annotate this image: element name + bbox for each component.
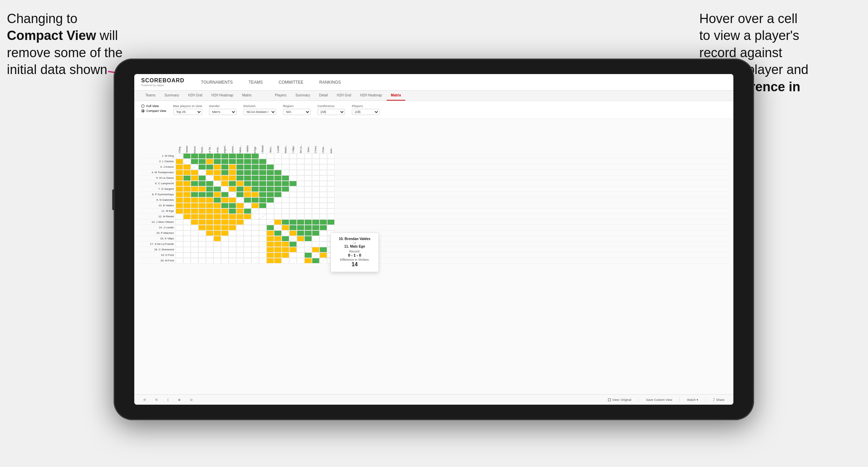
matrix-cell[interactable]	[206, 203, 213, 208]
matrix-cell[interactable]	[266, 214, 274, 219]
matrix-cell[interactable]	[183, 197, 191, 203]
matrix-cell[interactable]	[236, 252, 244, 258]
matrix-cell[interactable]	[259, 175, 266, 181]
matrix-cell[interactable]	[297, 192, 304, 197]
matrix-cell[interactable]	[297, 181, 304, 186]
matrix-cell[interactable]	[236, 230, 244, 236]
matrix-cell[interactable]	[183, 181, 191, 186]
matrix-cell[interactable]	[289, 219, 297, 225]
matrix-cell[interactable]	[304, 192, 312, 197]
matrix-cell[interactable]	[213, 236, 221, 241]
matrix-cell[interactable]	[251, 197, 259, 203]
matrix-cell[interactable]	[176, 214, 183, 219]
matrix-cell[interactable]	[176, 164, 183, 170]
matrix-cell[interactable]	[259, 159, 266, 164]
matrix-cell[interactable]	[176, 236, 183, 241]
matrix-cell[interactable]	[274, 164, 282, 170]
matrix-cell[interactable]	[229, 236, 236, 241]
matrix-cell[interactable]	[251, 192, 259, 197]
full-view-option[interactable]: Full View	[141, 104, 166, 108]
matrix-cell[interactable]	[304, 175, 312, 181]
matrix-cell[interactable]	[176, 175, 183, 181]
matrix-cell[interactable]	[289, 170, 297, 175]
matrix-cell[interactable]	[244, 219, 251, 225]
matrix-cell[interactable]	[274, 203, 282, 208]
matrix-cell[interactable]	[191, 203, 198, 208]
matrix-cell[interactable]	[221, 203, 229, 208]
matrix-cell[interactable]	[244, 208, 251, 214]
matrix-cell[interactable]	[213, 219, 221, 225]
matrix-cell[interactable]	[274, 252, 282, 258]
matrix-cell[interactable]	[297, 236, 304, 241]
matrix-cell[interactable]	[297, 197, 304, 203]
matrix-cell[interactable]	[304, 258, 312, 263]
matrix-cell[interactable]	[198, 241, 206, 247]
matrix-cell[interactable]	[198, 164, 206, 170]
matrix-cell[interactable]	[274, 197, 282, 203]
matrix-cell[interactable]	[282, 208, 289, 214]
matrix-cell[interactable]	[259, 247, 266, 252]
matrix-cell[interactable]	[183, 219, 191, 225]
matrix-cell[interactable]	[236, 153, 244, 159]
matrix-cell[interactable]	[198, 181, 206, 186]
nav-committee[interactable]: COMMITTEE	[276, 79, 306, 86]
matrix-cell[interactable]	[191, 175, 198, 181]
matrix-cell[interactable]	[206, 219, 213, 225]
matrix-cell[interactable]	[183, 208, 191, 214]
matrix-cell[interactable]	[304, 197, 312, 203]
matrix-cell[interactable]	[213, 197, 221, 203]
matrix-cell[interactable]	[251, 208, 259, 214]
matrix-cell[interactable]	[221, 214, 229, 219]
matrix-cell[interactable]	[191, 197, 198, 203]
matrix-cell[interactable]	[206, 247, 213, 252]
matrix-cell[interactable]	[206, 192, 213, 197]
matrix-cell[interactable]	[191, 186, 198, 192]
matrix-cell[interactable]	[282, 230, 289, 236]
matrix-cell[interactable]	[191, 181, 198, 186]
matrix-cell[interactable]	[327, 159, 335, 164]
matrix-cell[interactable]	[327, 170, 335, 175]
full-view-radio[interactable]	[141, 104, 145, 108]
matrix-cell[interactable]	[198, 186, 206, 192]
matrix-cell[interactable]	[183, 164, 191, 170]
matrix-cell[interactable]	[206, 252, 213, 258]
matrix-cell[interactable]	[274, 230, 282, 236]
matrix-cell[interactable]	[282, 175, 289, 181]
matrix-cell[interactable]	[297, 175, 304, 181]
matrix-cell[interactable]	[251, 181, 259, 186]
matrix-cell[interactable]	[236, 236, 244, 241]
matrix-cell[interactable]	[289, 225, 297, 230]
matrix-cell[interactable]	[320, 170, 327, 175]
matrix-cell[interactable]	[320, 214, 327, 219]
matrix-cell[interactable]	[312, 230, 320, 236]
matrix-cell[interactable]	[304, 247, 312, 252]
matrix-cell[interactable]	[266, 258, 274, 263]
matrix-cell[interactable]	[251, 219, 259, 225]
matrix-cell[interactable]	[259, 219, 266, 225]
matrix-cell[interactable]	[312, 197, 320, 203]
matrix-cell[interactable]	[320, 208, 327, 214]
matrix-cell[interactable]	[191, 208, 198, 214]
matrix-cell[interactable]	[183, 236, 191, 241]
matrix-cell[interactable]	[289, 186, 297, 192]
matrix-cell[interactable]	[183, 258, 191, 263]
matrix-cell[interactable]	[289, 230, 297, 236]
matrix-cell[interactable]	[266, 175, 274, 181]
matrix-cell[interactable]	[289, 258, 297, 263]
matrix-cell[interactable]	[236, 175, 244, 181]
matrix-cell[interactable]	[312, 175, 320, 181]
matrix-cell[interactable]	[229, 186, 236, 192]
matrix-cell[interactable]	[221, 258, 229, 263]
matrix-cell[interactable]	[251, 159, 259, 164]
matrix-cell[interactable]	[251, 164, 259, 170]
matrix-cell[interactable]	[183, 203, 191, 208]
matrix-cell[interactable]	[221, 186, 229, 192]
matrix-cell[interactable]	[183, 225, 191, 230]
matrix-cell[interactable]	[221, 252, 229, 258]
matrix-cell[interactable]	[266, 203, 274, 208]
matrix-cell[interactable]	[327, 203, 335, 208]
matrix-cell[interactable]	[289, 252, 297, 258]
matrix-cell[interactable]	[259, 230, 266, 236]
matrix-cell[interactable]	[266, 236, 274, 241]
matrix-cell[interactable]	[274, 214, 282, 219]
